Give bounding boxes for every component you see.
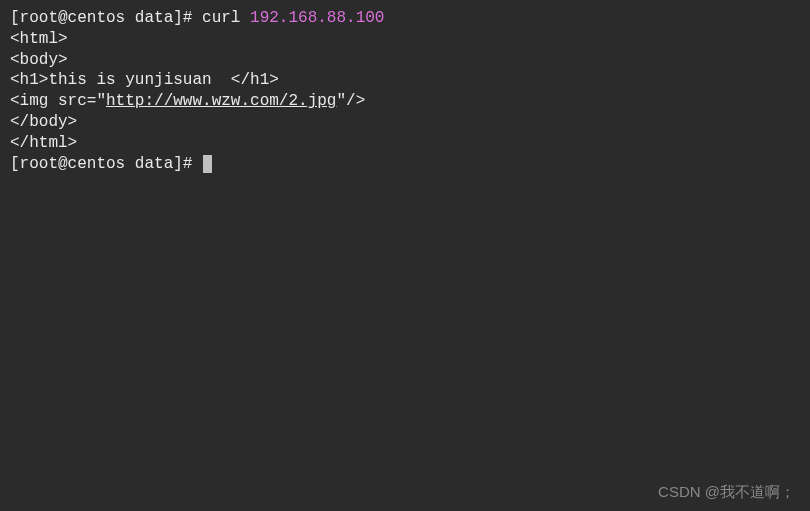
shell-prompt: [root@centos data]# (10, 155, 202, 173)
cursor-icon (203, 155, 212, 173)
command-argument-ip: 192.168.88.100 (250, 9, 384, 27)
command-name: curl (202, 9, 250, 27)
terminal-line-prompt[interactable]: [root@centos data]# (10, 154, 800, 175)
img-url: http://www.wzw.com/2.jpg (106, 92, 336, 110)
output-line-body-open: <body> (10, 50, 800, 71)
img-tag-post: "/> (336, 92, 365, 110)
shell-prompt: [root@centos data]# (10, 9, 202, 27)
terminal-line-1: [root@centos data]# curl 192.168.88.100 (10, 8, 800, 29)
output-line-h1: <h1>this is yunjisuan </h1> (10, 70, 800, 91)
img-tag-pre: <img src=" (10, 92, 106, 110)
watermark-right: CSDN @我不道啊； (658, 482, 795, 502)
output-line-body-close: </body> (10, 112, 800, 133)
output-line-img: <img src="http://www.wzw.com/2.jpg"/> (10, 91, 800, 112)
output-line-html-close: </html> (10, 133, 800, 154)
output-line-html-open: <html> (10, 29, 800, 50)
